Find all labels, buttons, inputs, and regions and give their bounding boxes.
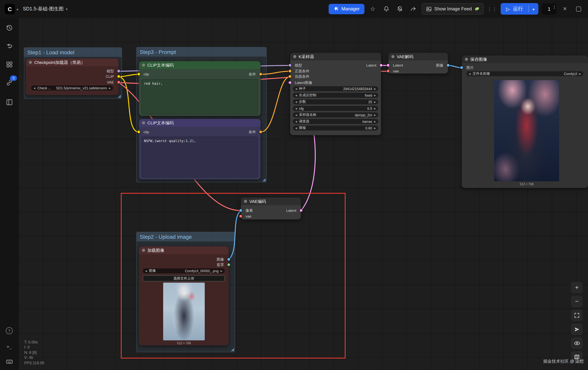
image-filename-widget[interactable]: 图像 ComfyUI_00050_.png xyxy=(143,268,225,273)
sampler-name-widget[interactable]: 采样器名称 dpmpp_2m xyxy=(293,112,378,118)
sidebar-shortcuts-button[interactable] xyxy=(4,356,15,367)
port-negative-input[interactable] xyxy=(288,75,292,78)
cfg-widget[interactable]: cfg 6.5 xyxy=(293,106,378,111)
node-header[interactable]: VAE解码 xyxy=(388,53,448,60)
port-mask-output[interactable] xyxy=(227,263,231,266)
input-label-positive: 正面条件 xyxy=(295,69,309,74)
node-header[interactable]: Checkpoint加载器（简易） xyxy=(26,58,118,66)
interrupt-button[interactable] xyxy=(560,4,570,14)
run-main[interactable]: 运行 xyxy=(501,3,528,15)
drag-handle[interactable] xyxy=(487,4,497,14)
port-model-output[interactable] xyxy=(117,69,120,73)
group-step3-titlebar[interactable]: Step3 - Prompt xyxy=(136,47,266,57)
port-pixels-input[interactable] xyxy=(239,209,242,212)
run-options-button[interactable] xyxy=(529,3,538,15)
node-clip-encode-positive[interactable]: CLIP文本编码 clip 条件 red hair, xyxy=(139,61,261,116)
scheduler-widget[interactable]: 调度器 karras xyxy=(293,119,378,124)
port-latent-input[interactable] xyxy=(386,64,390,67)
sidebar-help-button[interactable] xyxy=(4,325,15,336)
show-image-feed-button[interactable]: Show Image Feed xyxy=(421,3,484,15)
port-image-output[interactable] xyxy=(446,64,450,67)
node-save-image[interactable]: 保存图像 图片 文件名前缀 ComfyUI 512 × 768 xyxy=(462,55,588,188)
port-image-input[interactable] xyxy=(460,66,463,69)
seed-widget[interactable]: 种子 294142154833444 xyxy=(293,86,378,91)
port-latent-output[interactable] xyxy=(299,209,303,212)
manager-button[interactable]: Manager xyxy=(329,4,364,14)
bell-off-icon xyxy=(397,6,403,12)
port-clip-output[interactable] xyxy=(117,75,120,78)
widget-label: 采样器名称 xyxy=(299,112,316,118)
batch-count-input[interactable]: 1 xyxy=(542,3,556,14)
port-clip-input[interactable] xyxy=(137,72,140,76)
node-header[interactable]: VAE编码 xyxy=(241,197,301,205)
sidebar-templates-button[interactable] xyxy=(4,97,15,108)
node-vae-encode[interactable]: VAE编码 像素 vae Latent xyxy=(241,197,301,219)
zoom-out-button[interactable] xyxy=(571,296,583,307)
batch-count-value: 1 xyxy=(548,6,550,12)
sidebar-terminal-button[interactable] xyxy=(4,341,15,351)
group-step1-titlebar[interactable]: Step1 - Load model xyxy=(24,48,122,57)
node-collapse-dot[interactable] xyxy=(142,121,145,124)
sidebar-node-library-button[interactable] xyxy=(4,59,15,70)
chevron-down-icon[interactable] xyxy=(17,5,18,12)
notifications-button[interactable] xyxy=(381,4,391,14)
node-load-image[interactable]: 加载图像 图像 遮罩 图像 ComfyUI_00050_.png 选择文件上传 … xyxy=(139,246,229,345)
node-clip-encode-negative[interactable]: CLIP文本编码 clip 条件 NSFW,(worst quality:1.2… xyxy=(139,119,261,179)
port-conditioning-output[interactable] xyxy=(259,72,262,76)
choose-file-upload-button[interactable]: 选择文件上传 xyxy=(143,275,225,282)
sidebar-model-library-button[interactable]: 3 xyxy=(4,77,15,88)
ckpt-name-widget[interactable]: Check ... SD1.5/primemix_v21.safetensors xyxy=(31,86,113,90)
port-positive-input[interactable] xyxy=(288,69,292,73)
step-down-icon[interactable] xyxy=(554,7,555,9)
node-collapse-dot[interactable] xyxy=(244,200,247,203)
fit-view-button[interactable] xyxy=(571,310,583,321)
show-image-feed-label: Show Image Feed xyxy=(434,6,472,11)
maximize-button[interactable] xyxy=(573,4,583,14)
port-vae-output[interactable] xyxy=(117,80,120,84)
stepper-arrows[interactable] xyxy=(554,4,555,9)
filename-prefix-widget[interactable]: 文件名前缀 ComfyUI xyxy=(466,71,583,76)
node-header[interactable]: CLIP文本编码 xyxy=(139,61,261,69)
node-header[interactable]: 保存图像 xyxy=(462,55,588,63)
toggle-visibility-button[interactable] xyxy=(571,337,583,349)
widget-value: ComfyUI xyxy=(564,72,577,76)
node-library-icon xyxy=(6,61,13,68)
node-collapse-dot[interactable] xyxy=(29,61,32,64)
node-collapse-dot[interactable] xyxy=(391,55,394,58)
cursor-send-icon xyxy=(574,326,580,332)
node-collapse-dot[interactable] xyxy=(142,249,145,252)
steps-widget[interactable]: 步数 25 xyxy=(293,99,378,104)
node-header[interactable]: CLIP文本编码 xyxy=(139,119,261,127)
select-mode-button[interactable] xyxy=(571,323,583,335)
step-up-icon[interactable] xyxy=(554,4,555,7)
sidebar-queue-history-button[interactable] xyxy=(4,22,15,33)
workflow-title-menu[interactable]: SD1.5-基础-图生图 xyxy=(23,6,68,12)
node-collapse-dot[interactable] xyxy=(293,55,296,58)
port-latent-output[interactable] xyxy=(379,64,383,67)
node-checkpoint-loader[interactable]: Checkpoint加载器（简易） 模型 CLIP VAE Check ... … xyxy=(26,58,118,95)
sidebar-workflows-button[interactable] xyxy=(4,41,15,52)
negative-prompt-textarea[interactable]: NSFW,(worst quality:1.2), xyxy=(142,137,258,177)
control-after-generate-widget[interactable]: 生成后控制 fixed xyxy=(293,93,378,98)
port-vae-input[interactable] xyxy=(239,215,242,218)
port-conditioning-output[interactable] xyxy=(259,130,262,134)
port-clip-input[interactable] xyxy=(137,130,140,134)
node-collapse-dot[interactable] xyxy=(142,64,145,67)
node-ksampler[interactable]: K采样器 模型 正面条件 负面条件 Latent图像 Latent 种子 294… xyxy=(290,53,381,135)
share-button[interactable] xyxy=(408,4,418,14)
comfyui-logo[interactable]: C xyxy=(5,4,15,14)
port-latent-input[interactable] xyxy=(288,81,292,84)
port-model-input[interactable] xyxy=(288,64,292,67)
node-vae-decode[interactable]: VAE解码 Latent vae 图像 xyxy=(388,53,448,74)
denoise-widget[interactable]: 降噪 0.60 xyxy=(293,126,378,131)
zoom-in-button[interactable] xyxy=(571,282,583,293)
node-header[interactable]: K采样器 xyxy=(290,53,381,60)
port-image-output[interactable] xyxy=(227,258,231,261)
node-collapse-dot[interactable] xyxy=(465,58,468,61)
positive-prompt-textarea[interactable]: red hair, xyxy=(142,79,258,114)
port-vae-input[interactable] xyxy=(386,69,390,73)
notifications-mute-button[interactable] xyxy=(395,4,405,14)
run-button[interactable]: 运行 xyxy=(501,3,538,15)
favorite-button[interactable] xyxy=(368,4,378,14)
node-header[interactable]: 加载图像 xyxy=(139,246,229,254)
